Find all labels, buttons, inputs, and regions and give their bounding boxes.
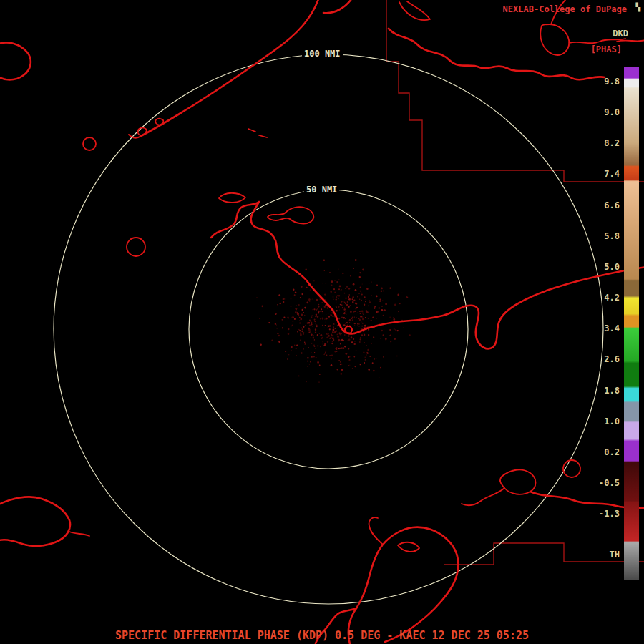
product-code: DKD (613, 29, 628, 39)
product-units: [PHAS] (591, 44, 622, 54)
colorbar-label: 2.6 (570, 354, 620, 364)
corner-glyph-icon: ▚ (635, 3, 640, 12)
coastline (141, 0, 319, 136)
county-line (386, 0, 644, 182)
colorbar-label: -1.3 (570, 509, 620, 519)
coastline (69, 532, 89, 536)
range-label-100nmi: 100 NMI (302, 49, 343, 59)
colorbar (624, 67, 639, 580)
colorbar-label: 0.2 (570, 447, 620, 457)
colorbar-label: 5.0 (570, 262, 620, 272)
colorbar-label: 9.8 (570, 77, 620, 87)
coastline (219, 193, 245, 203)
coastline (348, 527, 459, 644)
colorbar-label: 1.8 (570, 386, 620, 396)
coastline (462, 488, 504, 505)
range-ring-100nmi (54, 54, 603, 604)
colorbar-label: 5.8 (570, 231, 620, 241)
coastline (129, 119, 267, 138)
coastline (500, 469, 536, 494)
colorbar-label: -0.5 (570, 478, 620, 488)
radar-map (0, 0, 644, 644)
colorbar-label: 6.6 (570, 200, 620, 210)
coastline (268, 207, 313, 223)
range-rings (54, 54, 603, 604)
product-caption: SPECIFIC DIFFERENTIAL PHASE (KDP) 0.5 DE… (115, 629, 529, 642)
coastline (0, 42, 31, 79)
range-ring-50nmi (189, 190, 468, 469)
colorbar-label: 7.4 (570, 169, 620, 179)
lake-outline (563, 460, 580, 477)
lake-outline (127, 238, 145, 256)
colorbar-label: 1.0 (570, 416, 620, 426)
radar-display: 100 NMI 50 NMI NEXLAB-College of DuPage … (0, 0, 644, 644)
colorbar-label: 8.2 (570, 138, 620, 148)
colorbar-threshold-label: TH (570, 550, 620, 560)
coastline (0, 497, 70, 546)
coastline (323, 0, 353, 13)
range-label-50nmi: 50 NMI (304, 185, 339, 195)
coastlines (0, 0, 644, 644)
lake-outline (83, 137, 96, 150)
colorbar-label: 4.2 (570, 293, 620, 303)
colorbar-label: 9.0 (570, 107, 620, 117)
coastline (389, 29, 605, 79)
site-title: NEXLAB-College of DuPage (503, 4, 627, 14)
colorbar-label: 3.4 (570, 323, 620, 333)
radar-echoes (256, 259, 411, 382)
coastline (399, 1, 430, 20)
